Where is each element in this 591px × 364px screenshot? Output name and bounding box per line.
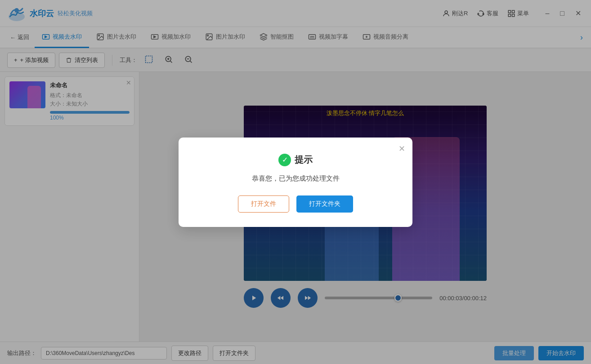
open-folder-btn[interactable]: 打开文件夹	[296, 195, 353, 213]
modal-title: 提示	[295, 154, 313, 166]
modal-title-row: ✓ 提示	[197, 154, 394, 166]
modal-overlay: ✕ ✓ 提示 恭喜您，已为您成功处理文件 打开文件 打开文件夹	[0, 0, 591, 364]
modal-check-icon: ✓	[278, 154, 291, 166]
modal-buttons: 打开文件 打开文件夹	[197, 195, 394, 213]
modal-close-btn[interactable]: ✕	[398, 144, 405, 154]
modal-dialog: ✕ ✓ 提示 恭喜您，已为您成功处理文件 打开文件 打开文件夹	[179, 138, 412, 227]
modal-message: 恭喜您，已为您成功处理文件	[197, 174, 394, 183]
open-file-btn[interactable]: 打开文件	[238, 195, 289, 213]
